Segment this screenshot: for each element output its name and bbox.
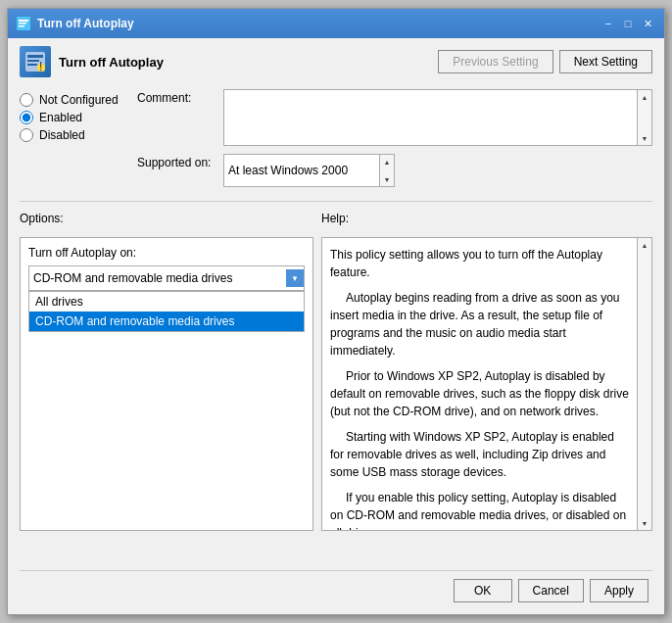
help-para-2: Autoplay begins reading from a drive as … — [330, 289, 629, 359]
middle-section: Turn off Autoplay on: CD-ROM and removab… — [20, 237, 652, 531]
comment-textarea[interactable] — [223, 89, 637, 146]
window-icon — [16, 16, 31, 31]
svg-text:!: ! — [39, 60, 42, 73]
bottom-buttons: OK Cancel Apply — [20, 570, 652, 606]
comment-label: Comment: — [137, 89, 216, 105]
svg-rect-6 — [27, 60, 39, 62]
dropdown-container: CD-ROM and removable media drives ▼ All … — [28, 265, 305, 332]
help-para-3: Prior to Windows XP SP2, Autoplay is dis… — [330, 367, 629, 420]
svg-rect-3 — [19, 25, 24, 27]
dropdown-option-all[interactable]: All drives — [29, 292, 304, 312]
dropdown-arrow-btn[interactable]: ▼ — [286, 269, 304, 287]
dropdown-select[interactable]: CD-ROM and removable media drives ▼ — [28, 265, 305, 291]
help-para-1: This policy setting allows you to turn o… — [330, 246, 629, 281]
header-icon: ! — [20, 46, 51, 77]
ok-button[interactable]: OK — [454, 579, 512, 602]
help-label: Help: — [321, 212, 349, 225]
radio-section: Not Configured Enabled Disabled — [20, 89, 137, 191]
svg-rect-2 — [19, 23, 26, 24]
comment-scrollbar: ▲ ▼ — [637, 89, 652, 146]
options-box: Turn off Autoplay on: CD-ROM and removab… — [20, 237, 313, 531]
autoplay-on-label: Turn off Autoplay on: — [28, 246, 305, 260]
header-buttons: Previous Setting Next Setting — [438, 50, 652, 73]
help-panel: This policy setting allows you to turn o… — [321, 237, 652, 531]
main-window: Turn off Autoplay − □ ✕ ! Turn off Autop… — [7, 8, 665, 615]
options-panel: Turn off Autoplay on: CD-ROM and removab… — [20, 237, 313, 531]
header-row: ! Turn off Autoplay Previous Setting Nex… — [20, 46, 652, 83]
help-box: This policy setting allows you to turn o… — [321, 237, 637, 531]
enabled-radio-item[interactable]: Enabled — [20, 111, 137, 124]
prev-setting-button[interactable]: Previous Setting — [438, 50, 552, 73]
next-setting-button[interactable]: Next Setting — [559, 50, 652, 73]
enabled-label: Enabled — [39, 111, 82, 124]
content-area: ! Turn off Autoplay Previous Setting Nex… — [8, 38, 664, 614]
not-configured-radio-item[interactable]: Not Configured — [20, 93, 137, 107]
help-scroll-up[interactable]: ▲ — [638, 238, 651, 252]
supported-on-row: Supported on: ▲ ▼ — [137, 154, 652, 187]
minimize-button[interactable]: − — [600, 15, 617, 32]
help-label-container: Help: — [321, 212, 652, 225]
top-area: Not Configured Enabled Disabled Comment: — [20, 89, 652, 191]
comment-row: Comment: ▲ ▼ — [137, 89, 652, 146]
scroll-up-arrow[interactable]: ▲ — [638, 90, 651, 104]
help-scrollbar: ▲ ▼ — [637, 237, 652, 531]
svg-rect-7 — [27, 64, 37, 66]
disabled-label: Disabled — [39, 128, 85, 142]
not-configured-radio[interactable] — [20, 93, 33, 107]
help-para-4: Starting with Windows XP SP2, Autoplay i… — [330, 428, 629, 481]
divider — [20, 201, 652, 202]
dropdown-arrow-icon: ▼ — [291, 274, 299, 283]
dropdown-option-cdrom[interactable]: CD-ROM and removable media drives — [29, 312, 304, 331]
close-button[interactable]: ✕ — [639, 15, 656, 32]
cancel-button[interactable]: Cancel — [518, 579, 584, 602]
window-title: Turn off Autoplay — [37, 17, 134, 30]
comment-textarea-container: ▲ ▼ — [223, 89, 652, 146]
disabled-radio-item[interactable]: Disabled — [20, 128, 137, 142]
options-label: Options: — [20, 212, 64, 225]
title-controls: − □ ✕ — [600, 15, 656, 32]
labels-row: Options: Help: — [20, 212, 652, 225]
svg-rect-1 — [19, 20, 28, 22]
dropdown-list: All drives CD-ROM and removable media dr… — [28, 291, 305, 332]
maximize-button[interactable]: □ — [619, 15, 637, 32]
title-bar: Turn off Autoplay − □ ✕ — [8, 9, 664, 38]
help-container: This policy setting allows you to turn o… — [321, 237, 652, 531]
options-label-container: Options: — [20, 212, 313, 225]
right-fields: Comment: ▲ ▼ Supported on: — [137, 89, 652, 191]
dropdown-selected-value: CD-ROM and removable media drives — [33, 271, 286, 285]
supported-on-input — [223, 154, 379, 187]
scroll-down-arrow[interactable]: ▼ — [638, 131, 651, 145]
supported-scroll-down[interactable]: ▼ — [380, 172, 394, 186]
apply-button[interactable]: Apply — [590, 579, 648, 602]
enabled-radio[interactable] — [20, 111, 33, 124]
svg-rect-5 — [27, 55, 43, 58]
header-title: Turn off Autoplay — [59, 55, 164, 70]
not-configured-label: Not Configured — [39, 93, 119, 107]
help-scroll-down[interactable]: ▼ — [638, 516, 651, 530]
supported-on-container: ▲ ▼ — [223, 154, 395, 187]
supported-scrollbar: ▲ ▼ — [379, 154, 395, 187]
supported-scroll-up[interactable]: ▲ — [380, 155, 394, 168]
help-para-5: If you enable this policy setting, Autop… — [330, 489, 629, 531]
supported-on-label: Supported on: — [137, 154, 216, 169]
disabled-radio[interactable] — [20, 128, 33, 142]
title-bar-left: Turn off Autoplay — [16, 16, 134, 31]
